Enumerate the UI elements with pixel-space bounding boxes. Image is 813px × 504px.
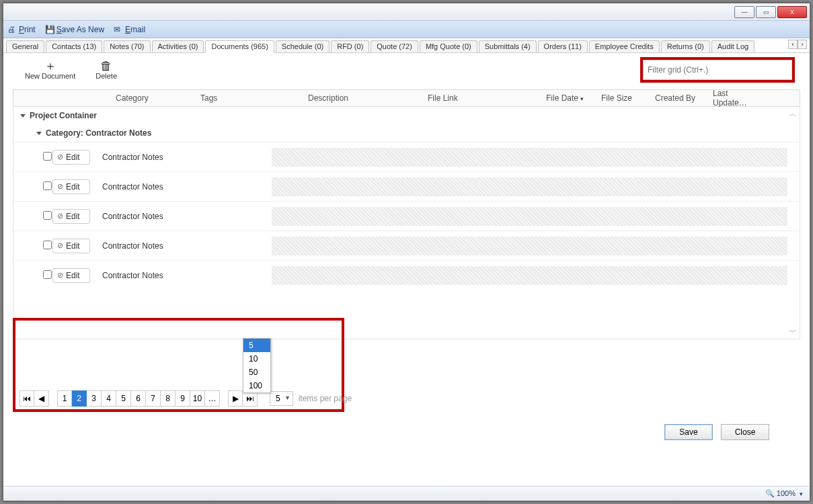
filter-grid-input[interactable] bbox=[643, 60, 792, 80]
group-project-container[interactable]: Project Container bbox=[13, 107, 800, 124]
group-category[interactable]: Category: Contractor Notes bbox=[13, 124, 800, 142]
tab-employee-credits[interactable]: Employee Credits bbox=[589, 40, 660, 52]
row-checkbox[interactable] bbox=[43, 181, 52, 190]
caret-down-icon bbox=[20, 114, 26, 118]
page-size-option-10[interactable]: 10 bbox=[243, 352, 270, 366]
tab-notes-70-[interactable]: Notes (70) bbox=[104, 40, 150, 52]
row-category: Contractor Notes bbox=[90, 182, 272, 192]
row-checkbox[interactable] bbox=[43, 270, 52, 279]
pager-next[interactable]: ▶ bbox=[228, 390, 243, 407]
row-category: Contractor Notes bbox=[90, 212, 272, 221]
delete-label: Delete bbox=[95, 72, 117, 80]
save-as-new-button[interactable]: Save As New bbox=[45, 25, 104, 34]
tabs-next[interactable]: › bbox=[798, 40, 807, 49]
tab-general[interactable]: General bbox=[6, 40, 44, 52]
titlebar: — ▭ X bbox=[3, 3, 810, 21]
tab-schedule-0-[interactable]: Schedule (0) bbox=[276, 40, 330, 52]
tab-rfd-0-[interactable]: RFD (0) bbox=[331, 40, 369, 52]
page-size-dropdown[interactable]: 51050100 bbox=[243, 338, 271, 393]
pager-page-10[interactable]: 10 bbox=[190, 390, 205, 407]
col-file-size[interactable]: File Size bbox=[597, 93, 651, 103]
close-button[interactable]: X bbox=[777, 6, 807, 18]
page-size-option-50[interactable]: 50 bbox=[243, 366, 270, 379]
pager-page-7[interactable]: 7 bbox=[146, 390, 161, 407]
new-document-label: New Document bbox=[25, 72, 75, 80]
pager-page-6[interactable]: 6 bbox=[131, 390, 146, 407]
edit-button[interactable]: Edit bbox=[52, 179, 90, 194]
tab-returns-0-[interactable]: Returns (0) bbox=[661, 40, 710, 52]
tab-quote-72-[interactable]: Quote (72) bbox=[371, 40, 418, 52]
tab-submittals-4-[interactable]: Submittals (4) bbox=[479, 40, 537, 52]
edit-button[interactable]: Edit bbox=[52, 239, 90, 253]
row-empty-cells bbox=[272, 148, 787, 167]
edit-button[interactable]: Edit bbox=[52, 268, 90, 283]
row-checkbox[interactable] bbox=[43, 152, 52, 161]
group-top-label: Project Container bbox=[30, 111, 97, 120]
col-file-link[interactable]: File Link bbox=[424, 93, 542, 103]
col-created-by[interactable]: Created By bbox=[651, 93, 709, 103]
pager-page-…[interactable]: … bbox=[205, 390, 220, 407]
filter-grid-highlight bbox=[640, 57, 795, 83]
table-row: EditContractor Notes bbox=[13, 230, 800, 260]
tab-audit-log[interactable]: Audit Log bbox=[711, 40, 754, 52]
close-form-button[interactable]: Close bbox=[721, 424, 769, 440]
email-label: Email bbox=[125, 25, 145, 34]
new-document-button[interactable]: ＋ New Document bbox=[25, 60, 75, 80]
scroll-up-icon[interactable]: ︿ bbox=[787, 108, 798, 119]
col-description[interactable]: Description bbox=[304, 93, 424, 103]
pager: ⏮ ◀ 12345678910… ▶ ⏭ 5 items per page bbox=[20, 390, 352, 407]
row-category: Contractor Notes bbox=[90, 271, 272, 280]
page-size-select[interactable]: 5 bbox=[270, 391, 293, 406]
print-button[interactable]: Print bbox=[7, 25, 36, 34]
status-bar: 100% ▾ bbox=[3, 486, 810, 501]
zoom-indicator[interactable]: 100% bbox=[765, 489, 796, 498]
edit-button[interactable]: Edit bbox=[52, 209, 90, 224]
pager-page-9[interactable]: 9 bbox=[176, 390, 190, 407]
page-size-option-100[interactable]: 100 bbox=[243, 379, 270, 392]
page-size-option-5[interactable]: 5 bbox=[243, 339, 270, 352]
tab-contacts-13-[interactable]: Contacts (13) bbox=[46, 40, 102, 52]
pager-first[interactable]: ⏮ bbox=[20, 390, 34, 407]
content-area: ＋ New Document 🗑 Delete Category Tags De… bbox=[3, 53, 810, 339]
col-category[interactable]: Category bbox=[116, 93, 196, 103]
pager-page-5[interactable]: 5 bbox=[116, 390, 131, 407]
row-checkbox[interactable] bbox=[43, 241, 52, 249]
pager-page-8[interactable]: 8 bbox=[161, 390, 176, 407]
row-category: Contractor Notes bbox=[90, 241, 272, 251]
row-checkbox[interactable] bbox=[43, 211, 52, 220]
tab-documents-965-[interactable]: Documents (965) bbox=[205, 40, 274, 53]
email-button[interactable]: Email bbox=[114, 25, 145, 34]
tab-orders-11-[interactable]: Orders (11) bbox=[538, 40, 588, 52]
col-last-update[interactable]: Last Update… bbox=[709, 89, 756, 108]
delete-button[interactable]: 🗑 Delete bbox=[95, 60, 117, 80]
zoom-dropdown-icon[interactable]: ▾ bbox=[800, 491, 803, 497]
table-row: EditContractor Notes bbox=[13, 260, 800, 290]
pager-page-1[interactable]: 1 bbox=[57, 390, 72, 407]
table-row: EditContractor Notes bbox=[13, 171, 800, 201]
save-icon bbox=[45, 25, 54, 34]
row-empty-cells bbox=[272, 177, 787, 196]
tabs-scroll-nav: ‹ › bbox=[788, 40, 807, 49]
print-icon bbox=[7, 25, 17, 34]
table-row: EditContractor Notes bbox=[13, 142, 800, 171]
pager-prev[interactable]: ◀ bbox=[34, 390, 49, 407]
pager-page-3[interactable]: 3 bbox=[87, 390, 102, 407]
tab-mfg-quote-0-[interactable]: Mfg Quote (0) bbox=[420, 40, 477, 52]
scroll-down-icon[interactable]: ﹀ bbox=[787, 327, 798, 337]
col-tags[interactable]: Tags bbox=[196, 93, 304, 103]
app-window: — ▭ X Print Save As New Email GeneralCon… bbox=[3, 3, 810, 501]
print-label: Print bbox=[19, 25, 36, 34]
save-button[interactable]: Save bbox=[664, 424, 713, 440]
tab-activities-0-[interactable]: Activities (0) bbox=[152, 40, 204, 52]
pager-page-4[interactable]: 4 bbox=[102, 390, 116, 407]
trash-icon: 🗑 bbox=[95, 60, 117, 72]
pager-page-2[interactable]: 2 bbox=[72, 390, 87, 407]
toolbar: Print Save As New Email bbox=[3, 21, 810, 38]
edit-button[interactable]: Edit bbox=[52, 150, 90, 165]
minimize-button[interactable]: — bbox=[734, 6, 754, 18]
grid-header-row: Category Tags Description File Link File… bbox=[13, 89, 800, 107]
tab-strip: GeneralContacts (13)Notes (70)Activities… bbox=[3, 38, 810, 53]
col-file-date[interactable]: File Date bbox=[542, 93, 597, 103]
tabs-prev[interactable]: ‹ bbox=[788, 40, 798, 49]
maximize-button[interactable]: ▭ bbox=[756, 6, 776, 18]
